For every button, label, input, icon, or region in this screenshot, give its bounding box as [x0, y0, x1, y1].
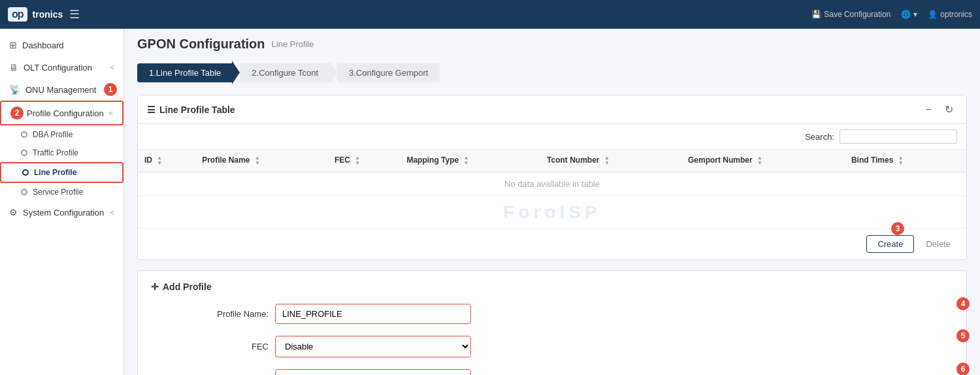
fec-label: FEC [151, 342, 269, 351]
arrow-icon: < [110, 63, 114, 71]
logo-tronics-text: tronics [33, 9, 63, 20]
sort-gemport-icon: ▲▼ [757, 155, 762, 166]
sort-mapping-icon: ▲▼ [464, 155, 469, 166]
card-actions: − ↻ [922, 102, 957, 117]
wizard-step-2[interactable]: 2.Configure Tcont [240, 63, 330, 82]
col-tcont-number[interactable]: Tcont Number ▲▼ [540, 150, 681, 172]
line-profile-table: ID ▲▼ Profile Name ▲▼ FEC ▲▼ Mapping Typ… [138, 150, 966, 229]
sidebar-item-dba-profile[interactable]: DBA Profile [0, 125, 123, 144]
wizard-step-1[interactable]: 1.Line Profile Table [137, 63, 233, 82]
sidebar-item-dashboard[interactable]: ⊞ Dashboard [0, 34, 123, 56]
page-title: GPON Configuration [137, 37, 265, 52]
table-header-row: ID ▲▼ Profile Name ▲▼ FEC ▲▼ Mapping Typ… [138, 150, 966, 172]
profile-name-row: Profile Name: 4 [151, 304, 953, 324]
dot-active-icon [22, 169, 29, 176]
sidebar-item-label: Profile Configuration [27, 108, 104, 118]
page-subtitle: Line Profile [272, 39, 314, 49]
olt-icon: 🖥 [9, 62, 18, 73]
search-row: Search: [138, 124, 966, 150]
add-profile-card: ✛ Add Profile Profile Name: 4 FEC Disabl… [137, 270, 967, 375]
dashboard-icon: ⊞ [9, 40, 17, 50]
wizard-step-3[interactable]: 3.Configure Gemport [337, 63, 440, 82]
col-profile-name[interactable]: Profile Name ▲▼ [195, 150, 328, 172]
globe-icon: 🌐 [901, 10, 911, 19]
create-button[interactable]: Create [866, 235, 914, 253]
brand-logo: op tronics [8, 7, 63, 22]
create-badge: 3 [891, 222, 904, 235]
sidebar-item-olt-config[interactable]: 🖥 OLT Configuration < [0, 56, 123, 78]
sidebar: ⊞ Dashboard 🖥 OLT Configuration < 📡 ONU … [0, 29, 124, 375]
sort-id-icon: ▲▼ [157, 155, 162, 166]
dot-icon [21, 189, 27, 195]
profile-name-label: Profile Name: [151, 309, 269, 319]
add-profile-title: ✛ Add Profile [151, 282, 953, 292]
save-icon: 💾 [811, 10, 821, 19]
main-content: GPON Configuration Line Profile 1.Line P… [124, 29, 980, 375]
search-input[interactable] [840, 129, 957, 144]
col-bind-times[interactable]: Bind Times ▲▼ [845, 150, 966, 172]
sidebar-item-line-profile[interactable]: Line Profile [0, 162, 123, 183]
save-config-button[interactable]: 💾 Save Configuration [811, 10, 890, 19]
fec-select[interactable]: Disable Enable [275, 336, 471, 357]
arrow-icon: < [109, 109, 113, 117]
step2-arrow [329, 61, 337, 84]
user-label: optronics [940, 10, 972, 19]
sort-profile-icon: ▲▼ [255, 155, 260, 166]
sidebar-item-label: System Configuration [23, 208, 104, 218]
navbar-right: 💾 Save Configuration 🌐 ▾ 👤 optronics [811, 10, 972, 19]
top-navbar: op tronics ☰ 💾 Save Configuration 🌐 ▾ 👤 … [0, 0, 980, 29]
dot-icon [21, 150, 27, 156]
sidebar-item-label: ONU Management [25, 85, 96, 95]
mapping-type-select[interactable]: vlan gem-port [275, 369, 471, 375]
mapping-badge: 6 [956, 363, 970, 375]
lang-arrow: ▾ [913, 10, 917, 19]
sidebar-sub-label: Traffic Profile [33, 148, 78, 157]
save-config-label: Save Configuration [824, 10, 890, 19]
sidebar-item-onu-management[interactable]: 📡 ONU Management 1 [0, 78, 123, 101]
minimize-button[interactable]: − [922, 103, 936, 117]
table-footer: 3 Create Delete [138, 229, 966, 259]
sidebar-item-label: Dashboard [22, 41, 64, 50]
refresh-button[interactable]: ↻ [941, 102, 957, 117]
col-mapping-type[interactable]: Mapping Type ▲▼ [400, 150, 540, 172]
step2-label: 2.Configure Tcont [252, 68, 318, 78]
wizard-steps: 1.Line Profile Table 2.Configure Tcont 3… [137, 61, 967, 84]
hamburger-icon[interactable]: ☰ [69, 7, 80, 22]
col-gemport-number[interactable]: Gemport Number ▲▼ [681, 150, 845, 172]
col-id[interactable]: ID ▲▼ [138, 150, 195, 172]
profile-config-badge: 2 [10, 106, 24, 120]
sidebar-item-traffic-profile[interactable]: Traffic Profile [0, 144, 123, 162]
sidebar-item-service-profile[interactable]: Service Profile [0, 183, 123, 201]
sidebar-item-profile-config[interactable]: 👤 Profile Configuration < 2 [0, 101, 123, 125]
sidebar-item-label: OLT Configuration [24, 63, 92, 73]
col-fec[interactable]: FEC ▲▼ [328, 150, 400, 172]
watermark-text: ForoISP [503, 202, 600, 223]
table-card-header: ☰ Line Profile Table − ↻ [138, 95, 966, 124]
delete-button[interactable]: Delete [919, 235, 957, 253]
sort-fec-icon: ▲▼ [355, 155, 360, 166]
empty-message: No data available in table [138, 172, 966, 196]
step3-label: 3.Configure Gemport [349, 68, 428, 78]
watermark-row: ForoISP [138, 196, 966, 229]
step1-label: 1.Line Profile Table [149, 68, 221, 78]
sidebar-sub-label: Service Profile [33, 188, 83, 197]
user-icon: 👤 [928, 10, 938, 19]
line-profile-table-card: ☰ Line Profile Table − ↻ Search: ID ▲▼ [137, 95, 967, 260]
system-icon: ⚙ [9, 207, 18, 218]
table-title-text: Line Profile Table [159, 105, 235, 115]
search-label: Search: [805, 132, 834, 142]
dot-icon [21, 131, 27, 138]
table-icon: ☰ [147, 105, 155, 115]
arrow-icon: < [110, 208, 114, 216]
step1-arrow [232, 61, 240, 84]
sidebar-item-system-config[interactable]: ⚙ System Configuration < [0, 201, 123, 223]
user-menu[interactable]: 👤 optronics [928, 10, 972, 19]
add-profile-title-text: Add Profile [163, 282, 212, 292]
add-profile-icon: ✛ [151, 282, 159, 292]
onu-icon: 📡 [9, 84, 20, 95]
logo-op-text: op [12, 8, 24, 20]
profile-name-input[interactable] [275, 304, 471, 324]
language-selector[interactable]: 🌐 ▾ [901, 10, 917, 19]
table-empty-row: No data available in table [138, 172, 966, 196]
onu-badge: 1 [104, 83, 117, 96]
